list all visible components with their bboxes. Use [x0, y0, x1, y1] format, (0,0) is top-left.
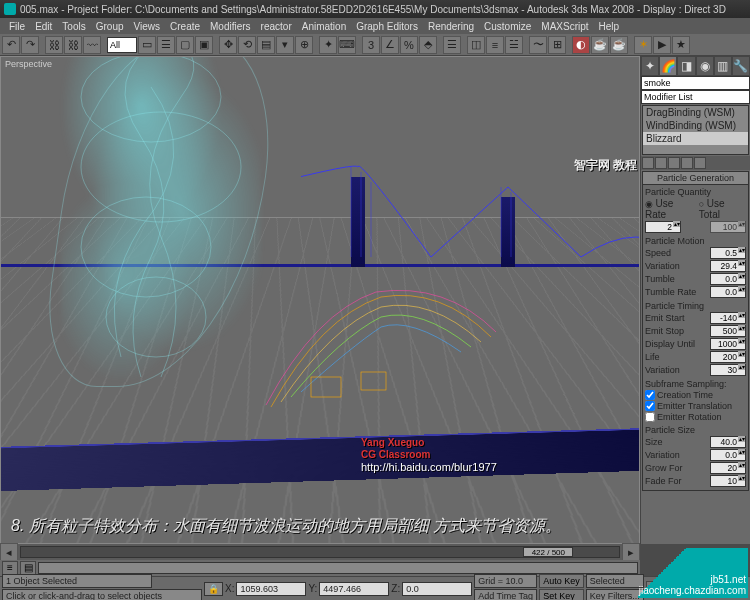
redo-button[interactable]: ↷ [21, 36, 39, 54]
key-filters-button[interactable]: Key Filters... [586, 589, 644, 600]
rollout-header[interactable]: Particle Generation [642, 171, 749, 185]
select-name-button[interactable]: ☰ [157, 36, 175, 54]
tumble-spinner[interactable]: 0.0 [710, 273, 746, 285]
trackbar-ruler[interactable] [38, 562, 638, 574]
tab-utilities[interactable]: 🔧 [732, 56, 750, 76]
named-sel-button[interactable]: ☰ [443, 36, 461, 54]
scale-button[interactable]: ▤ [257, 36, 275, 54]
display-until-spinner[interactable]: 1000 [710, 338, 746, 350]
configure-sets-button[interactable] [694, 157, 706, 169]
ref-coord-button[interactable]: ▾ [276, 36, 294, 54]
speed-var-spinner[interactable]: 29.4 [710, 260, 746, 272]
viewport-perspective[interactable]: Perspective [0, 56, 640, 544]
schematic-button[interactable]: ⊞ [548, 36, 566, 54]
align-button[interactable]: ≡ [486, 36, 504, 54]
remove-modifier-button[interactable] [681, 157, 693, 169]
layers-button[interactable]: ☱ [505, 36, 523, 54]
selection-filter[interactable] [107, 37, 137, 53]
time-slider[interactable]: ◂ 422 / 500 ▸ [0, 544, 640, 560]
grow-for-spinner[interactable]: 20 [710, 462, 746, 474]
trackbar-toggle[interactable]: ≡ [2, 561, 18, 575]
tab-modify[interactable]: 🌈 [659, 56, 677, 76]
emit-stop-spinner[interactable]: 500 [710, 325, 746, 337]
coord-x[interactable]: 1059.603 [236, 582, 306, 596]
time-thumb[interactable]: 422 / 500 [523, 547, 573, 557]
spinner-snap-button[interactable]: ⬘ [419, 36, 437, 54]
make-unique-button[interactable] [668, 157, 680, 169]
pin-stack-button[interactable] [642, 157, 654, 169]
menu-tools[interactable]: Tools [57, 21, 90, 32]
fade-for-spinner[interactable]: 10 [710, 475, 746, 487]
mod-windbinding[interactable]: WindBinding (WSM) [643, 119, 748, 132]
modifier-list-dropdown[interactable] [641, 90, 750, 104]
snap-button[interactable]: 3 [362, 36, 380, 54]
chk-emitter-translation[interactable] [645, 401, 655, 411]
menu-views[interactable]: Views [129, 21, 166, 32]
mirror-button[interactable]: ◫ [467, 36, 485, 54]
menu-rendering[interactable]: Rendering [423, 21, 479, 32]
select-region-button[interactable]: ▢ [176, 36, 194, 54]
size-spinner[interactable]: 40.0 [710, 436, 746, 448]
life-var-spinner[interactable]: 30 [710, 364, 746, 376]
coord-y[interactable]: 4497.466 [319, 582, 389, 596]
tab-display[interactable]: ▥ [714, 56, 732, 76]
set-key-button[interactable]: Set Key [539, 589, 584, 600]
show-end-result-button[interactable] [655, 157, 667, 169]
coord-z[interactable]: 0.0 [402, 582, 472, 596]
menu-graph-editors[interactable]: Graph Editors [351, 21, 423, 32]
lock-button[interactable]: 🔒 [204, 582, 223, 596]
material-editor-button[interactable]: ◐ [572, 36, 590, 54]
object-name-field[interactable] [641, 76, 750, 90]
keyboard-button[interactable]: ⌨ [338, 36, 356, 54]
radio-use-total[interactable]: ○ Use Total [699, 198, 746, 220]
select-button[interactable]: ▭ [138, 36, 156, 54]
total-spinner[interactable]: 100 [710, 221, 746, 233]
curve-editor-button[interactable]: 〜 [529, 36, 547, 54]
angle-snap-button[interactable]: ∠ [381, 36, 399, 54]
menu-customize[interactable]: Customize [479, 21, 536, 32]
percent-snap-button[interactable]: % [400, 36, 418, 54]
speed-spinner[interactable]: 0.5 [710, 247, 746, 259]
rotate-button[interactable]: ⟲ [238, 36, 256, 54]
menu-animation[interactable]: Animation [297, 21, 351, 32]
tab-hierarchy[interactable]: ◨ [677, 56, 695, 76]
mod-blizzard[interactable]: Blizzard [643, 132, 748, 145]
emit-start-spinner[interactable]: -140 [710, 312, 746, 324]
trackbar-filter[interactable]: ▤ [20, 561, 36, 575]
life-spinner[interactable]: 200 [710, 351, 746, 363]
reactor-analyze-button[interactable]: ★ [672, 36, 690, 54]
auto-key-button[interactable]: Auto Key [539, 574, 584, 588]
link-button[interactable]: ⛓ [45, 36, 63, 54]
tab-motion[interactable]: ◉ [696, 56, 714, 76]
undo-button[interactable]: ↶ [2, 36, 20, 54]
render-scene-button[interactable]: ☕ [591, 36, 609, 54]
render-button[interactable]: ☕ [610, 36, 628, 54]
menu-file[interactable]: File [4, 21, 30, 32]
menu-help[interactable]: Help [594, 21, 625, 32]
key-mode-selected[interactable]: Selected [586, 574, 644, 588]
bind-spacewarp-button[interactable]: 〰 [83, 36, 101, 54]
size-var-spinner[interactable]: 0.0 [710, 449, 746, 461]
window-crossing-button[interactable]: ▣ [195, 36, 213, 54]
mod-dragbinding[interactable]: DragBinding (WSM) [643, 106, 748, 119]
manipulate-button[interactable]: ✦ [319, 36, 337, 54]
tumble-rate-spinner[interactable]: 0.0 [710, 286, 746, 298]
chk-creation-time[interactable] [645, 390, 655, 400]
move-button[interactable]: ✥ [219, 36, 237, 54]
add-time-tag[interactable]: Add Time Tag [474, 589, 537, 600]
time-prev-button[interactable]: ◂ [0, 543, 18, 561]
reactor-create-button[interactable]: ✶ [634, 36, 652, 54]
menu-modifiers[interactable]: Modifiers [205, 21, 256, 32]
pivot-button[interactable]: ⊕ [295, 36, 313, 54]
menu-edit[interactable]: Edit [30, 21, 57, 32]
menu-create[interactable]: Create [165, 21, 205, 32]
radio-use-rate[interactable]: ◉ Use Rate [645, 198, 695, 220]
menu-reactor[interactable]: reactor [256, 21, 297, 32]
menu-maxscript[interactable]: MAXScript [536, 21, 593, 32]
rate-spinner[interactable]: 2 [645, 221, 681, 233]
modifier-stack[interactable]: DragBinding (WSM) WindBinding (WSM) Bliz… [642, 105, 749, 155]
reactor-preview-button[interactable]: ▶ [653, 36, 671, 54]
chk-emitter-rotation[interactable] [645, 412, 655, 422]
unlink-button[interactable]: ⛓ [64, 36, 82, 54]
menu-group[interactable]: Group [91, 21, 129, 32]
